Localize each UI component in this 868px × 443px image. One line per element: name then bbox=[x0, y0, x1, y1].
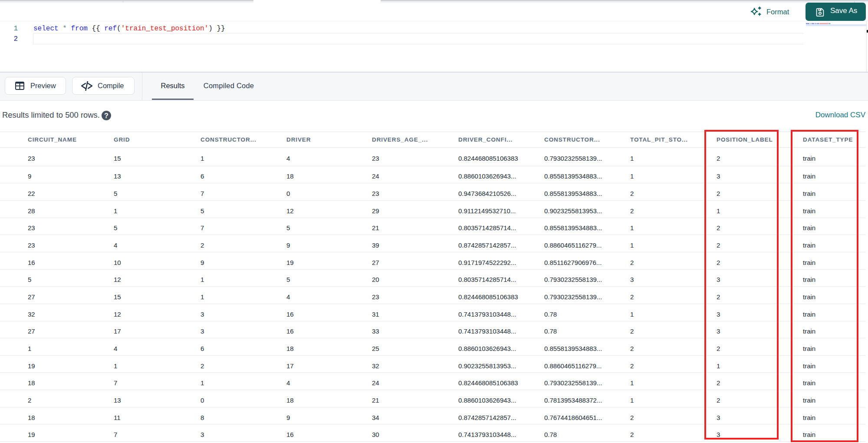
svg-text:?: ? bbox=[104, 112, 108, 119]
